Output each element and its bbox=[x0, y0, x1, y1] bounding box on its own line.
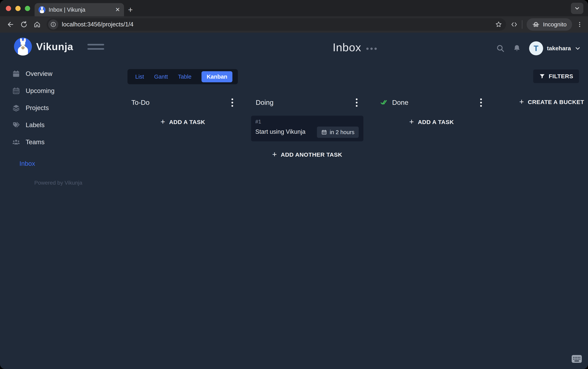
browser-menu-button[interactable] bbox=[576, 21, 583, 28]
tab-gantt[interactable]: Gantt bbox=[154, 74, 168, 80]
reload-button[interactable] bbox=[18, 19, 30, 30]
new-tab-button[interactable]: + bbox=[124, 3, 137, 16]
sidebar: Overview Upcoming Projects Labels Teams bbox=[0, 65, 126, 151]
create-bucket-button[interactable]: + CREATE A BUCKET bbox=[519, 94, 584, 110]
tab-list[interactable]: List bbox=[135, 74, 144, 80]
tab-favicon bbox=[39, 6, 45, 13]
zoom-window-button[interactable] bbox=[25, 6, 30, 11]
sidebar-item-projects[interactable]: Projects bbox=[0, 99, 126, 117]
sidebar-item-labels[interactable]: Labels bbox=[0, 117, 126, 134]
tab-table[interactable]: Table bbox=[178, 74, 191, 80]
tab-kanban[interactable]: Kanban bbox=[201, 71, 232, 82]
layers-icon bbox=[12, 104, 20, 112]
plus-icon: + bbox=[160, 118, 165, 126]
tab-title: Inbox | Vikunja bbox=[49, 7, 112, 13]
browser-window: Inbox | Vikunja ✕ + localhost:3456/proje… bbox=[0, 0, 588, 369]
dev-code-icon[interactable] bbox=[511, 21, 518, 28]
bucket-menu-kebab-icon[interactable] bbox=[355, 97, 359, 108]
username: takehara bbox=[547, 45, 571, 52]
browser-tab[interactable]: Inbox | Vikunja ✕ bbox=[35, 3, 124, 16]
avatar[interactable]: T bbox=[529, 41, 543, 55]
menu-toggle-button[interactable] bbox=[87, 44, 104, 50]
home-button[interactable] bbox=[32, 19, 43, 30]
bucket-done: Done + ADD A TASK bbox=[375, 95, 488, 163]
address-bar[interactable]: localhost:3456/projects/1/4 bbox=[47, 18, 506, 31]
incognito-label: Incognito bbox=[543, 21, 567, 28]
vikunja-logo bbox=[14, 38, 32, 56]
tags-icon bbox=[12, 121, 20, 129]
incognito-icon bbox=[532, 20, 540, 28]
add-task-button[interactable]: + ADD A TASK bbox=[375, 114, 488, 130]
keyboard-shortcuts-button[interactable] bbox=[571, 355, 582, 363]
calendar-grid-icon bbox=[12, 87, 20, 95]
bucket-title: Doing bbox=[256, 99, 273, 106]
user-chevron-down-icon[interactable] bbox=[575, 45, 581, 51]
bucket-todo: To-Do + ADD A TASK bbox=[127, 95, 239, 163]
title-options-icon[interactable] bbox=[366, 48, 377, 50]
users-icon bbox=[12, 138, 20, 146]
bucket-doing: Doing #1 Start using Vikunja in 2 hours … bbox=[251, 95, 363, 163]
task-id: #1 bbox=[255, 119, 359, 125]
add-task-button[interactable]: + ADD A TASK bbox=[127, 114, 239, 130]
close-window-button[interactable] bbox=[6, 6, 11, 11]
keyboard-icon bbox=[571, 355, 582, 363]
bucket-title: Done bbox=[392, 99, 409, 106]
sidebar-item-label: Overview bbox=[26, 70, 52, 78]
sidebar-item-label: Projects bbox=[26, 104, 49, 112]
tab-search-button[interactable] bbox=[571, 3, 583, 14]
due-date-badge: in 2 hours bbox=[317, 127, 359, 138]
sidebar-item-label: Teams bbox=[26, 138, 44, 146]
minimize-window-button[interactable] bbox=[15, 6, 21, 11]
sidebar-item-label: Upcoming bbox=[26, 87, 55, 95]
incognito-badge: Incognito bbox=[527, 18, 572, 31]
kanban-board: To-Do + ADD A TASK Doing #1 Start using … bbox=[127, 95, 488, 163]
calendar-solid-icon bbox=[12, 70, 20, 78]
task-card[interactable]: #1 Start using Vikunja in 2 hours bbox=[251, 116, 363, 141]
powered-by-text: Powered by Vikunja bbox=[0, 180, 116, 186]
toolbar-divider bbox=[522, 20, 522, 29]
sidebar-item-label: Labels bbox=[26, 121, 44, 129]
vikunja-app: Vikunja Inbox T takehara Overview Upcomi… bbox=[0, 33, 588, 369]
add-another-task-button[interactable]: + ADD ANOTHER TASK bbox=[251, 146, 363, 163]
calendar-icon bbox=[321, 129, 327, 135]
search-icon[interactable] bbox=[496, 44, 505, 53]
bookmark-star-icon[interactable] bbox=[495, 21, 502, 28]
toolbar-right: Incognito bbox=[511, 18, 583, 31]
bucket-title: To-Do bbox=[131, 99, 149, 106]
user-menu[interactable]: T takehara bbox=[529, 41, 581, 55]
done-double-check-icon bbox=[380, 99, 388, 106]
notifications-bell-icon[interactable] bbox=[513, 44, 521, 52]
window-controls bbox=[6, 6, 30, 11]
due-date-text: in 2 hours bbox=[330, 129, 354, 136]
url-text[interactable]: localhost:3456/projects/1/4 bbox=[62, 21, 495, 28]
chevron-down-icon bbox=[574, 5, 580, 11]
plus-icon: + bbox=[519, 98, 524, 106]
sidebar-item-teams[interactable]: Teams bbox=[0, 134, 126, 151]
browser-toolbar: localhost:3456/projects/1/4 Incognito bbox=[0, 16, 588, 33]
bucket-menu-kebab-icon[interactable] bbox=[230, 97, 234, 108]
sidebar-item-overview[interactable]: Overview bbox=[0, 65, 126, 82]
plus-icon: + bbox=[272, 150, 277, 158]
close-tab-icon[interactable]: ✕ bbox=[115, 7, 120, 13]
sidebar-project-inbox[interactable]: Inbox bbox=[20, 160, 35, 167]
filter-funnel-icon bbox=[539, 73, 545, 80]
info-icon bbox=[50, 21, 56, 27]
tab-strip: Inbox | Vikunja ✕ + bbox=[0, 0, 588, 16]
view-switcher: List Gantt Table Kanban bbox=[127, 69, 238, 84]
plus-icon: + bbox=[409, 118, 414, 126]
bucket-menu-kebab-icon[interactable] bbox=[479, 97, 483, 108]
sidebar-item-upcoming[interactable]: Upcoming bbox=[0, 82, 126, 99]
site-info-button[interactable] bbox=[48, 20, 58, 30]
page-title: Inbox bbox=[333, 41, 361, 54]
brand-wordmark: Vikunja bbox=[36, 41, 73, 52]
back-button[interactable] bbox=[5, 19, 16, 30]
filters-button[interactable]: FILTERS bbox=[533, 70, 579, 83]
